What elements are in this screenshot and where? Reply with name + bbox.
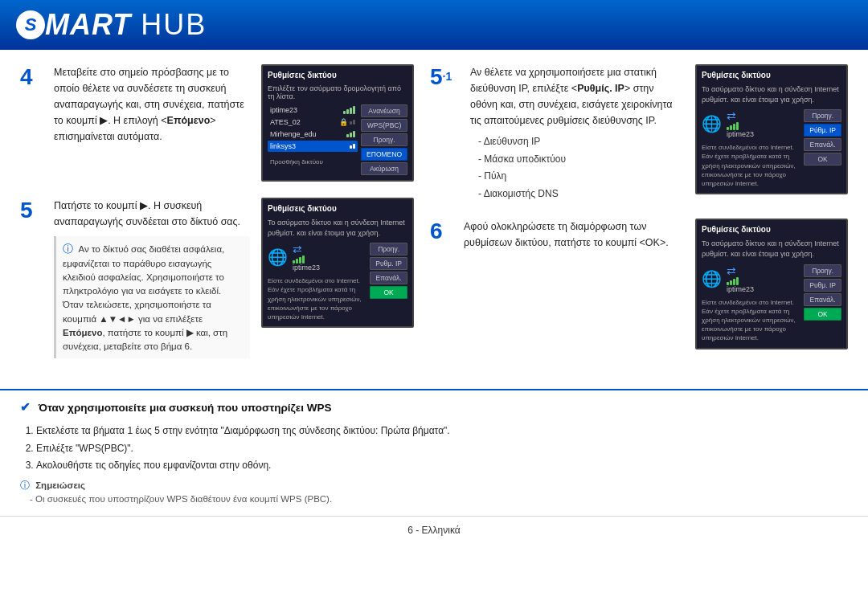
arrows-icon-51: ⇄: [727, 109, 754, 122]
conn-center: ⇄ iptime23: [293, 243, 320, 272]
dialog5-buttons: Προηγ. Ρυθμ. IP Επανάλ. OK: [370, 243, 407, 321]
add-network[interactable]: Προσθήκη δικτύου: [268, 157, 358, 167]
signal-3: [346, 131, 355, 137]
conn-center-6: ⇄ iptime23: [727, 264, 754, 293]
btn-next4[interactable]: ΕΠΟΜΕΝΟ: [361, 148, 407, 161]
conn-center-51: ⇄ iptime23: [727, 109, 754, 138]
network-item-2[interactable]: ATES_02 🔒: [268, 116, 358, 128]
ip-settings-list: Διεύθυνση IP Μάσκα υποδικτύου Πύλη Διακο…: [470, 133, 684, 202]
dialog6-title: Ρυθμίσεις δικτύου: [702, 225, 841, 234]
btn-prev5[interactable]: Προηγ.: [370, 243, 407, 255]
btn-reconnect51[interactable]: Επανάλ.: [804, 138, 841, 151]
step5-screen: Ρυθμίσεις δικτύου Το ασύρματο δίκτυο και…: [261, 198, 414, 358]
network-item-3[interactable]: Mirhenge_edu: [268, 129, 358, 140]
dialog4-subtitle: Επιλέξτε τον ασύρματο δρομολογητή από τη…: [268, 84, 407, 100]
arrows-icon: ⇄: [293, 243, 320, 255]
network-name-4: linksys3: [270, 142, 296, 150]
wps-note: ⓘ Σημειώσεις: [20, 480, 848, 492]
wifi-name51: iptime23: [727, 130, 754, 138]
wifi-bars: [293, 255, 320, 264]
wps-title: ✔ Όταν χρησιμοποιείτε μια συσκευή που υπ…: [20, 400, 848, 415]
dialog51-title: Ρυθμίσεις δικτύου: [702, 71, 841, 80]
globe-icon-6: 🌐: [702, 269, 722, 288]
step4-number: 4: [20, 64, 43, 182]
step51-text: Αν θέλετε να χρησιμοποιήσετε μια στατική…: [470, 64, 684, 202]
network-item-1[interactable]: iptime23: [268, 104, 358, 116]
btn-prev51[interactable]: Προηγ.: [804, 109, 841, 122]
step6-screen: Ρυθμίσεις δικτύου Το ασύρματο δίκτυο και…: [695, 219, 848, 349]
conn-status-row: 🌐 ⇄ iptime23: [268, 243, 363, 272]
step5-block: 5 Πατήστε το κουμπί ▶. Η συσκευή αναπαρα…: [20, 198, 414, 358]
network-list-left: iptime23: [268, 104, 358, 175]
signal-2: 🔒: [339, 118, 356, 126]
logo-mart: MART: [45, 8, 131, 42]
btn-ok51[interactable]: OK: [804, 153, 841, 166]
step6-text: Αφού ολοκληρώσετε τη διαμόρφωση των ρυθμ…: [464, 219, 684, 349]
note-icon: ⓘ: [63, 243, 73, 255]
ip-item-1: Διεύθυνση IP: [478, 133, 684, 151]
step6-number: 6: [430, 219, 452, 349]
network-dialog-step4: Ρυθμίσεις δικτύου Επιλέξτε τον ασύρματο …: [261, 64, 414, 182]
network-item-4[interactable]: linksys3: [268, 141, 358, 152]
btn-ip51[interactable]: Ρύθμ. IP: [804, 124, 841, 137]
arrows-icon-6: ⇄: [727, 264, 754, 277]
logo: S MART HUB: [16, 8, 207, 42]
connected-dialog-step51: Ρυθμίσεις δικτύου Το ασύρματο δίκτυο και…: [695, 64, 848, 194]
dialog6-buttons: Προηγ. Ρυθμ. IP Επανάλ. OK: [804, 264, 841, 343]
btn-prev6[interactable]: Προηγ.: [804, 264, 841, 277]
step5-text: Πατήστε το κουμπί ▶. Η συσκευή αναπαραγω…: [54, 198, 250, 358]
wifi-bars-6: [727, 277, 754, 285]
conn-status-row-6: 🌐 ⇄ iptime23: [702, 264, 797, 293]
btn-cancel4[interactable]: Ακύρωση: [361, 162, 407, 175]
footer: 6 - Ελληνικά: [0, 516, 868, 544]
header: S MART HUB: [0, 0, 868, 50]
step6-block: 6 Αφού ολοκληρώσετε τη διαμόρφωση των ρυ…: [430, 219, 848, 349]
dialog4-title: Ρυθμίσεις δικτύου: [268, 71, 407, 80]
dialog51-top-text: Το ασύρματο δίκτυο και η σύνδεση Interne…: [702, 84, 841, 104]
ip-item-3: Πύλη: [478, 168, 684, 186]
connected-dialog-step6: Ρυθμίσεις δικτύου Το ασύρματο δίκτυο και…: [695, 219, 848, 349]
btn-ip6[interactable]: Ρυθμ. IP: [804, 279, 841, 292]
conn-row-6: 🌐 ⇄ iptime23: [702, 264, 841, 343]
btn-reconnect5[interactable]: Επανάλ.: [370, 272, 407, 284]
step4-text: Μεταβείτε στο σημείο πρόσβασης με το οπο…: [54, 64, 250, 182]
wifi-name5: iptime23: [293, 264, 320, 272]
dialog51-buttons: Προηγ. Ρύθμ. IP Επανάλ. OK: [804, 109, 841, 188]
wifi-name6: iptime23: [727, 285, 754, 293]
step5-note: ⓘ Αν το δίκτυό σας διαθέτει ασφάλεια, εμ…: [54, 236, 250, 358]
conn-main: 🌐 ⇄ iptime23: [268, 243, 363, 321]
network-list-row: iptime23: [268, 104, 407, 175]
btn-ok5[interactable]: OK: [370, 286, 407, 299]
btn-ip5[interactable]: Ρυθμ. IP: [370, 257, 407, 270]
wps-step-2: Επιλέξτε "WPS(PBC)".: [36, 440, 848, 458]
step51-number: 5·1: [430, 64, 459, 202]
right-column: 5·1 Αν θέλετε να χρησιμοποιήσετε μια στα…: [430, 64, 848, 374]
main-content: 4 Μεταβείτε στο σημείο πρόσβασης με το ο…: [0, 50, 868, 389]
step5-number: 5: [20, 198, 43, 358]
btn-prev4[interactable]: Προηγ.: [361, 133, 407, 146]
checkmark-icon: ✔: [20, 400, 31, 414]
wps-steps-list: Εκτελέστε τα βήματα 1 έως 5 στην ενότητα…: [20, 423, 848, 475]
ip-item-2: Μάσκα υποδικτύου: [478, 151, 684, 169]
wps-step-1: Εκτελέστε τα βήματα 1 έως 5 στην ενότητα…: [36, 423, 848, 440]
globe-icon-51: 🌐: [702, 114, 722, 133]
conn-status-row-51: 🌐 ⇄ iptime23: [702, 109, 797, 138]
dialog5-bottom-text: Είστε συνδεδεμένοι στο Internet. Εάν έχε…: [268, 276, 363, 321]
network-list: iptime23: [268, 104, 358, 152]
logo-s-circle: S: [16, 10, 45, 39]
signal-1: [343, 106, 355, 114]
btn-ok6[interactable]: OK: [804, 308, 841, 321]
step51-block: 5·1 Αν θέλετε να χρησιμοποιήσετε μια στα…: [430, 64, 848, 202]
left-column: 4 Μεταβείτε στο σημείο πρόσβασης με το ο…: [20, 64, 414, 374]
btn-wps[interactable]: WPS(PBC): [361, 119, 407, 132]
network-name-2: ATES_02: [270, 118, 301, 126]
conn-main-51: 🌐 ⇄ iptime23: [702, 109, 797, 188]
btn-refresh[interactable]: Ανανέωση: [361, 104, 407, 117]
dialog6-bottom-text: Είστε συνδεδεμένοι στο Internet. Εάν έχε…: [702, 298, 797, 343]
dialog5-title: Ρυθμίσεις δικτύου: [268, 204, 407, 213]
wps-subnote: - Οι συσκευές που υποστηρίζουν WPS διαθέ…: [20, 494, 848, 504]
note-icon-wps: ⓘ: [20, 480, 30, 490]
dialog6-top-text: Το ασύρματο δίκτυο και η σύνδεση Interne…: [702, 239, 841, 259]
btn-reconnect6[interactable]: Επανάλ.: [804, 293, 841, 306]
dialog4-buttons: Ανανέωση WPS(PBC) Προηγ. ΕΠΟΜΕΝΟ Ακύρωση: [361, 104, 407, 175]
